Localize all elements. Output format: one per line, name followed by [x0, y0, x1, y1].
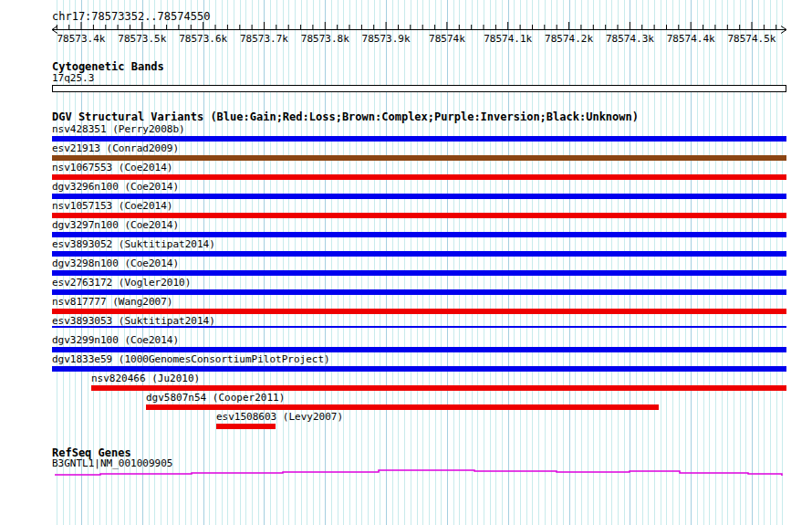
refseq-gene-glyph[interactable] [0, 0, 812, 525]
genome-browser-view: chr17:78573352..78574550 78573.4k78573.5… [0, 0, 812, 525]
